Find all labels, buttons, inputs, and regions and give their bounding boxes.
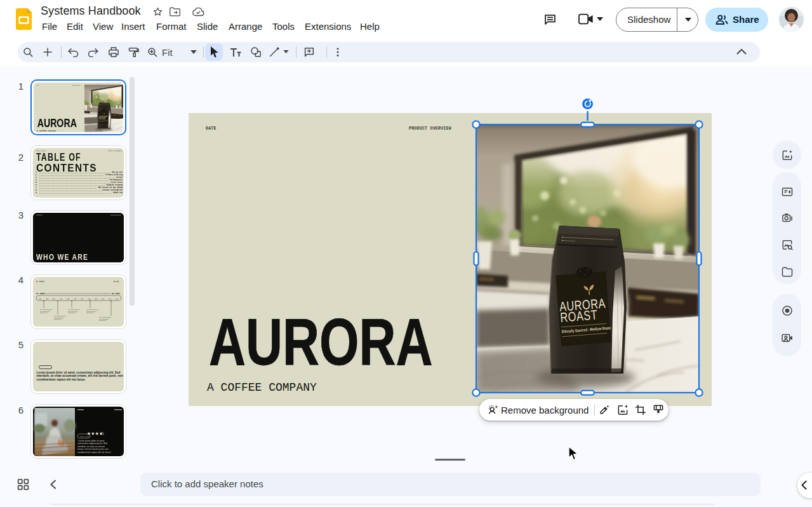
svg-text:interdum, ex vitae accumsan: interdum, ex vitae accumsan: [77, 445, 105, 448]
svg-text:condimentum sapien elit nec la: condimentum sapien elit nec lacus.": [77, 451, 112, 454]
svg-text:consectetur adipiscing elit. S: consectetur adipiscing elit. Sed: [77, 442, 107, 445]
svg-text:Mar: Mar: [53, 298, 56, 300]
svg-text:01 TITLE: 01 TITLE: [36, 281, 44, 283]
svg-text:adipiscing elit: adipiscing elit: [54, 318, 62, 320]
svg-text:Aug: Aug: [88, 298, 91, 300]
svg-text:Sep: Sep: [95, 298, 98, 300]
svg-text:02 26: 02 26: [114, 281, 119, 283]
svg-text:Nov: Nov: [109, 298, 112, 300]
svg-text:"Lorem ipsum dolor sit amet,: "Lorem ipsum dolor sit amet,: [77, 440, 105, 442]
svg-text:adipiscing elit: adipiscing elit: [40, 312, 48, 313]
svg-text:Dec: Dec: [116, 298, 119, 300]
svg-text:Feb: Feb: [46, 298, 49, 300]
svg-text:LOREM IPSUM: LOREM IPSUM: [79, 436, 90, 438]
svg-text:ornare, elit nisi laoreet just: ornare, elit nisi laoreet justo, non: [77, 448, 109, 450]
svg-text:adipiscing elit: adipiscing elit: [99, 320, 107, 321]
svg-text:Jan: Jan: [39, 298, 42, 300]
svg-text:Jun: Jun: [74, 298, 77, 300]
svg-text:Jul: Jul: [81, 298, 84, 300]
svg-text:adipiscing elit: adipiscing elit: [86, 312, 94, 313]
svg-text:01 2025: 01 2025: [36, 293, 44, 295]
svg-text:Oct: Oct: [102, 298, 105, 300]
svg-text:02 2026: 02 2026: [112, 293, 120, 295]
svg-text:adipiscing elit: adipiscing elit: [68, 312, 76, 313]
svg-text:May: May: [67, 298, 70, 300]
svg-text:Apr: Apr: [60, 298, 63, 300]
